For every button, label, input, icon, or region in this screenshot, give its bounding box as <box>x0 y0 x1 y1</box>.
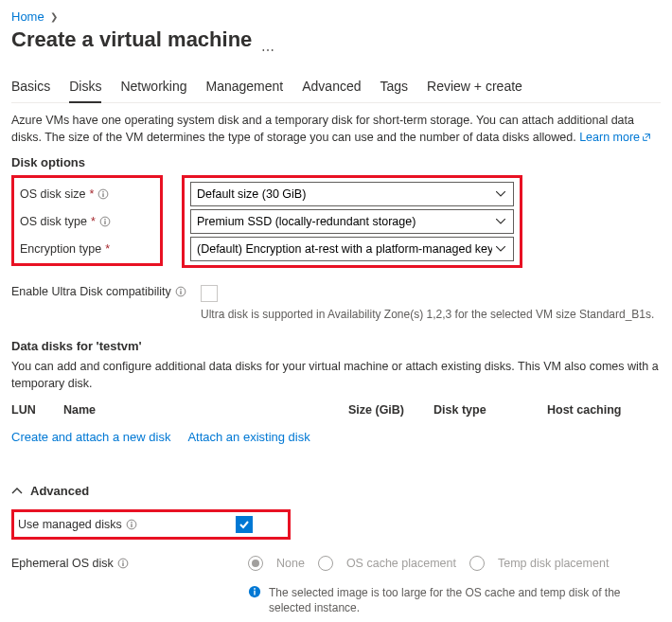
required-indicator: * <box>89 187 94 201</box>
external-link-icon <box>640 131 651 144</box>
use-managed-disks-checkbox[interactable] <box>236 516 253 533</box>
svg-rect-14 <box>122 562 123 566</box>
breadcrumb: Home ❯ <box>11 9 661 24</box>
tab-review[interactable]: Review + create <box>427 73 522 102</box>
svg-rect-8 <box>180 291 181 294</box>
encryption-type-label: Encryption type <box>20 242 101 256</box>
col-size: Size (GiB) <box>348 403 433 417</box>
data-disks-desc: You can add and configure additional dat… <box>11 359 661 392</box>
ephemeral-radio-group: None OS cache placement Temp disk placem… <box>248 556 609 571</box>
svg-point-7 <box>180 289 181 290</box>
data-disks-heading: Data disks for 'testvm' <box>11 339 661 353</box>
ephemeral-os-disk-label: Ephemeral OS disk <box>11 557 114 570</box>
os-disk-size-label: OS disk size <box>20 187 85 201</box>
disk-options-heading: Disk options <box>11 155 661 169</box>
create-disk-link[interactable]: Create and attach a new disk <box>11 430 170 444</box>
required-indicator: * <box>105 242 110 256</box>
tab-tags[interactable]: Tags <box>380 73 409 102</box>
highlighted-managed-disks: Use managed disks <box>11 509 291 540</box>
more-icon[interactable]: ⋯ <box>261 43 275 58</box>
os-disk-type-label: OS disk type <box>20 215 87 228</box>
tab-networking[interactable]: Networking <box>120 73 186 102</box>
svg-point-1 <box>103 191 104 192</box>
col-type: Disk type <box>433 403 547 417</box>
col-lun: LUN <box>11 403 63 417</box>
use-managed-disks-label: Use managed disks <box>18 518 122 531</box>
info-icon[interactable] <box>126 519 137 530</box>
ultra-disk-checkbox <box>201 285 218 302</box>
svg-rect-17 <box>254 591 255 595</box>
info-icon[interactable] <box>175 286 186 297</box>
info-icon[interactable] <box>97 188 109 200</box>
data-disks-table-header: LUN Name Size (GiB) Disk type Host cachi… <box>11 400 661 420</box>
advanced-toggle[interactable]: Advanced <box>11 478 661 504</box>
breadcrumb-home[interactable]: Home <box>11 9 44 24</box>
required-indicator: * <box>91 215 96 228</box>
tabs: Basics Disks Networking Management Advan… <box>11 73 661 103</box>
svg-point-16 <box>254 588 256 590</box>
os-disk-type-select[interactable]: Premium SSD (locally-redundant storage) <box>190 209 514 234</box>
chevron-up-icon <box>11 486 23 497</box>
ephemeral-radio-temp <box>469 556 485 571</box>
svg-rect-11 <box>131 524 132 527</box>
tab-basics[interactable]: Basics <box>11 73 50 102</box>
ephemeral-radio-oscache <box>318 556 333 571</box>
info-icon[interactable] <box>99 216 111 227</box>
tab-disks[interactable]: Disks <box>69 73 101 103</box>
svg-point-10 <box>131 522 132 523</box>
ephemeral-radio-none <box>248 556 263 571</box>
ultra-disk-hint: Ultra disk is supported in Availability … <box>201 307 661 322</box>
highlighted-disk-controls: Default size (30 GiB) Premium SSD (local… <box>182 175 522 268</box>
ultra-disk-label: Enable Ultra Disk compatibility <box>11 285 201 298</box>
col-name: Name <box>63 403 348 417</box>
svg-point-13 <box>122 560 123 561</box>
info-icon[interactable] <box>117 558 129 569</box>
os-disk-size-select[interactable]: Default size (30 GiB) <box>190 182 514 206</box>
svg-rect-5 <box>104 221 105 224</box>
intro-text: Azure VMs have one operating system disk… <box>11 113 661 146</box>
svg-point-4 <box>104 219 105 220</box>
svg-rect-2 <box>103 193 104 197</box>
learn-more-link[interactable]: Learn more <box>579 131 651 144</box>
col-cache: Host caching <box>547 403 661 417</box>
attach-disk-link[interactable]: Attach an existing disk <box>187 430 309 444</box>
highlighted-disk-labels: OS disk size * OS disk type * Encryption… <box>11 175 163 266</box>
tab-management[interactable]: Management <box>206 73 284 102</box>
chevron-right-icon: ❯ <box>50 11 58 22</box>
encryption-type-select[interactable]: (Default) Encryption at-rest with a plat… <box>190 237 514 261</box>
ephemeral-note: The selected image is too large for the … <box>269 585 661 615</box>
info-icon <box>248 585 261 615</box>
page-title: Create a virtual machine <box>11 27 252 52</box>
tab-advanced[interactable]: Advanced <box>302 73 361 102</box>
